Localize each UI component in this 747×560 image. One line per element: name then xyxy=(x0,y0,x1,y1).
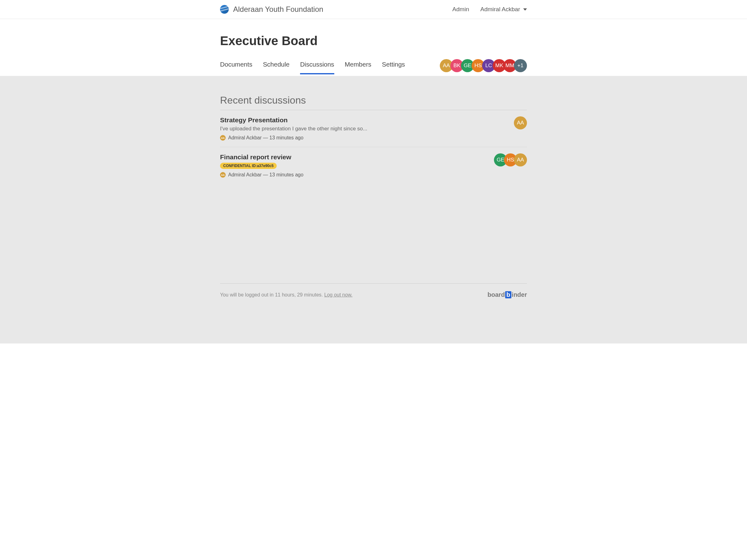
logout-link[interactable]: Log out now. xyxy=(324,292,353,297)
avatar[interactable]: AA xyxy=(514,153,527,166)
page-footer: You will be logged out in 11 hours, 29 m… xyxy=(220,284,527,298)
user-menu-dropdown[interactable]: Admiral Ackbar xyxy=(480,6,527,13)
org-logo-icon xyxy=(220,5,229,14)
discussion-preview: I've uploaded the presentation I gave th… xyxy=(220,126,514,132)
brand-part2: inder xyxy=(512,291,527,298)
logout-text: You will be logged out in 11 hours, 29 m… xyxy=(220,292,324,297)
discussion-meta: AAAdmiral Ackbar — 13 minutes ago xyxy=(220,135,514,141)
org-brand[interactable]: Alderaan Youth Foundation xyxy=(220,5,324,14)
brand-part1: board xyxy=(487,291,505,298)
author-timestamp: Admiral Ackbar — 13 minutes ago xyxy=(228,135,304,141)
content-header: Executive Board DocumentsScheduleDiscuss… xyxy=(0,19,747,76)
discussion-item[interactable]: Financial report reviewCONFIDENTIAL ID:a… xyxy=(220,147,527,184)
brand-footer[interactable]: boardbinder xyxy=(487,291,527,298)
discussion-item[interactable]: Strategy PresentationI've uploaded the p… xyxy=(220,110,527,147)
author-timestamp: Admiral Ackbar — 13 minutes ago xyxy=(228,172,304,178)
board-title: Executive Board xyxy=(220,34,527,48)
section-title: Recent discussions xyxy=(220,95,527,110)
author-avatar: AA xyxy=(220,172,226,178)
avatar[interactable]: +1 xyxy=(514,59,527,72)
main-content-area: Recent discussions Strategy Presentation… xyxy=(0,76,747,344)
participant-avatars: GEHSAA xyxy=(494,153,527,166)
confidential-badge: CONFIDENTIAL ID:a37e90c5 xyxy=(220,163,277,169)
brand-b-icon: b xyxy=(505,291,511,298)
tab-documents[interactable]: Documents xyxy=(220,61,252,74)
tab-discussions[interactable]: Discussions xyxy=(300,61,334,74)
top-navbar: Alderaan Youth Foundation Admin Admiral … xyxy=(0,0,747,19)
caret-down-icon xyxy=(523,8,527,10)
discussion-title: Strategy Presentation xyxy=(220,116,514,124)
logout-warning: You will be logged out in 11 hours, 29 m… xyxy=(220,292,353,298)
discussion-title: Financial report review xyxy=(220,153,494,161)
avatar[interactable]: AA xyxy=(514,116,527,129)
org-title: Alderaan Youth Foundation xyxy=(233,5,324,14)
tab-settings[interactable]: Settings xyxy=(382,61,405,74)
participant-avatars: AA xyxy=(514,116,527,129)
discussion-meta: AAAdmiral Ackbar — 13 minutes ago xyxy=(220,172,494,178)
tab-schedule[interactable]: Schedule xyxy=(263,61,289,74)
member-avatar-group[interactable]: AABKGEHSLCMKMM+1 xyxy=(440,59,527,76)
discussions-list: Strategy PresentationI've uploaded the p… xyxy=(220,110,527,184)
admin-link[interactable]: Admin xyxy=(452,6,469,13)
author-avatar: AA xyxy=(220,135,226,141)
tabs-nav: DocumentsScheduleDiscussionsMembersSetti… xyxy=(220,61,405,74)
tab-members[interactable]: Members xyxy=(345,61,371,74)
user-name-label: Admiral Ackbar xyxy=(480,6,520,13)
